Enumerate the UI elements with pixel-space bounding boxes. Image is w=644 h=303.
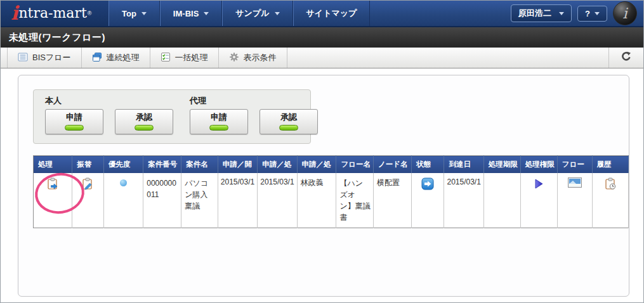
refresh-button[interactable]	[608, 48, 643, 68]
process-cell	[34, 173, 72, 228]
task-table: 処理 振替 優先度 案件番号 案件名 申請／開 申請／処 申請／処 フロー名 ノ…	[33, 155, 629, 228]
nav-item-label: IM-BIS	[173, 9, 199, 18]
filter-button-label: 承認	[280, 112, 297, 122]
proxy-approve-button[interactable]: 承認	[260, 109, 318, 134]
status-cell	[411, 173, 444, 228]
col-header-authority: 処理権限	[520, 156, 557, 174]
display-conditions-button[interactable]: 表示条件	[219, 48, 287, 68]
clipboard-edit-icon[interactable]	[81, 183, 94, 192]
clipboard-clock-icon[interactable]	[604, 183, 617, 192]
main-menu: Top IM-BIS サンプル サイトマップ	[108, 1, 370, 26]
task-table-wrap: 処理 振替 優先度 案件番号 案件名 申請／開 申請／処 申請／処 フロー名 ノ…	[33, 155, 629, 228]
col-header-apply-start: 申請／開	[218, 156, 257, 174]
chevron-down-icon	[204, 12, 209, 15]
authority-cell	[520, 173, 557, 228]
col-header-deadline: 処理期限	[483, 156, 520, 174]
toolbar-button-label: BISフロー	[32, 52, 71, 63]
flow-name-cell: 【ハンズオン】稟議書	[336, 173, 374, 228]
chevron-down-icon	[559, 12, 564, 15]
table-header-row: 処理 振替 優先度 案件番号 案件名 申請／開 申請／処 申請／処 フロー名 ノ…	[34, 156, 629, 174]
logo-text: ntra-mart	[18, 6, 86, 20]
nav-item-sitemap[interactable]: サイトマップ	[293, 1, 371, 26]
content-area: 本人 申請 承認 代理	[1, 68, 643, 297]
badge-glyph: i	[622, 5, 627, 22]
batch-process-button[interactable]: 一括処理	[150, 48, 219, 68]
content-panel: 本人 申請 承認 代理	[18, 75, 629, 297]
proxy-apply-button[interactable]: 申請	[190, 109, 248, 134]
nav-item-top[interactable]: Top	[108, 1, 160, 26]
col-header-flow-name: フロー名	[336, 156, 374, 174]
chevron-down-icon	[275, 12, 280, 15]
col-header-status: 状態	[411, 156, 444, 174]
gear-icon	[229, 52, 239, 64]
toolbar-button-label: 一括処理	[175, 52, 208, 63]
list-icon	[18, 52, 28, 64]
case-name-cell: パソコン購入稟議	[181, 173, 218, 228]
priority-cell	[103, 173, 143, 228]
nav-right: 原田浩二 ? i	[511, 1, 643, 26]
col-header-transfer: 振替	[72, 156, 104, 174]
play-triangle-icon	[534, 179, 543, 191]
self-approve-button[interactable]: 承認	[115, 109, 173, 134]
col-header-process: 処理	[34, 156, 72, 174]
col-header-arrival-date: 到達日	[444, 156, 483, 174]
chevron-down-icon	[595, 12, 600, 15]
toolbar: BISフロー 連続処理 一括処理 表示条件	[1, 48, 643, 68]
logo-i-glyph: i	[11, 4, 18, 23]
deadline-cell	[483, 173, 520, 228]
applicant-cell: 林政義	[297, 173, 336, 228]
chevron-down-icon	[141, 12, 147, 15]
filter-group-label: 本人	[45, 95, 173, 106]
bis-flow-button[interactable]: BISフロー	[7, 48, 82, 68]
continuous-process-button[interactable]: 連続処理	[82, 48, 150, 68]
blue-arrow-badge-icon	[421, 183, 434, 192]
col-header-apply-process: 申請／処	[258, 156, 297, 174]
filter-button-label: 申請	[211, 112, 227, 122]
top-nav: intra-mart® Top IM-BIS サンプル サイトマップ 原田浩二	[1, 1, 643, 27]
col-header-node-name: ノード名	[374, 156, 412, 174]
intra-mart-logo[interactable]: intra-mart®	[1, 1, 108, 26]
case-number-cell: 0000000011	[143, 173, 181, 228]
intra-mart-badge-icon[interactable]: i	[613, 1, 637, 25]
green-led-indicator-icon	[209, 125, 228, 131]
nav-item-label: Top	[122, 9, 136, 18]
toolbar-button-label: 表示条件	[244, 52, 277, 63]
transfer-cell	[72, 173, 104, 228]
user-menu-button[interactable]: 原田浩二	[511, 4, 572, 22]
flow-cell	[557, 173, 592, 228]
col-header-priority: 優先度	[103, 156, 143, 174]
refresh-icon	[621, 51, 631, 64]
apply-process-date-cell: 2015/03/1	[258, 173, 297, 228]
col-header-case-number: 案件番号	[143, 156, 181, 174]
filter-group-self: 本人 申請 承認	[45, 95, 173, 134]
history-cell	[592, 173, 628, 228]
green-led-indicator-icon	[65, 125, 84, 131]
flow-image-icon[interactable]	[568, 181, 582, 190]
help-menu-button[interactable]: ?	[577, 6, 607, 22]
col-header-applicant: 申請／処	[297, 156, 336, 174]
filter-button-label: 承認	[136, 112, 152, 122]
filter-panel: 本人 申請 承認 代理	[33, 89, 311, 144]
green-led-indicator-icon	[135, 125, 154, 131]
clipboard-forward-icon[interactable]	[46, 183, 59, 192]
nav-item-label: サンプル	[235, 8, 269, 19]
nav-item-label: サイトマップ	[306, 8, 357, 19]
node-name-cell: 横配置	[374, 173, 412, 228]
blue-dot-icon	[120, 179, 127, 186]
table-row: 0000000011 パソコン購入稟議 2015/03/1 2015/03/1 …	[34, 173, 629, 228]
checklist-icon	[161, 52, 171, 64]
self-apply-button[interactable]: 申請	[45, 109, 103, 134]
toolbar-button-label: 連続処理	[107, 52, 140, 63]
help-label: ?	[585, 9, 590, 18]
nav-item-im-bis[interactable]: IM-BIS	[160, 1, 222, 26]
col-header-flow: フロー	[557, 156, 592, 174]
col-header-history: 履歴	[592, 156, 628, 174]
nav-item-sample[interactable]: サンプル	[222, 1, 292, 26]
user-name: 原田浩二	[518, 8, 551, 19]
col-header-case-name: 案件名	[181, 156, 218, 174]
apply-start-date-cell: 2015/03/1	[218, 173, 257, 228]
filter-button-label: 申請	[66, 112, 82, 122]
green-led-indicator-icon	[279, 125, 298, 131]
title-bar: 未処理(ワークフロー)	[1, 27, 643, 48]
filter-group-label: 代理	[190, 95, 318, 106]
